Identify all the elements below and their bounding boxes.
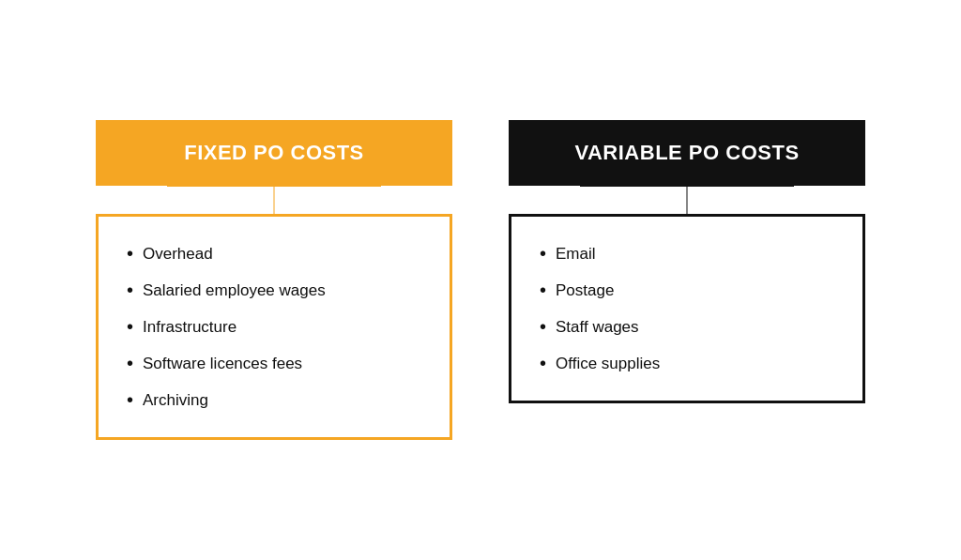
variable-costs-header: VARIABLE PO COSTS <box>509 120 865 186</box>
fixed-costs-title: FIXED PO COSTS <box>184 141 364 165</box>
variable-costs-column: VARIABLE PO COSTS EmailPostageStaff wage… <box>509 120 865 403</box>
fixed-costs-list: OverheadSalaried employee wagesInfrastru… <box>127 235 421 418</box>
diagram-container: FIXED PO COSTS OverheadSalaried employee… <box>58 83 903 477</box>
variable-connector <box>580 186 794 214</box>
fixed-costs-content-box: OverheadSalaried employee wagesInfrastru… <box>96 214 452 440</box>
list-item: Salaried employee wages <box>127 272 421 309</box>
variable-costs-content-box: EmailPostageStaff wagesOffice supplies <box>509 214 865 403</box>
variable-costs-title: VARIABLE PO COSTS <box>574 141 799 165</box>
fixed-costs-header: FIXED PO COSTS <box>96 120 452 186</box>
list-item: Archiving <box>127 382 421 418</box>
list-item: Office supplies <box>540 345 834 382</box>
list-item: Postage <box>540 272 834 309</box>
list-item: Email <box>540 235 834 272</box>
fixed-connector <box>167 186 381 214</box>
list-item: Overhead <box>127 235 421 272</box>
list-item: Software licences fees <box>127 345 421 382</box>
list-item: Infrastructure <box>127 309 421 345</box>
variable-costs-list: EmailPostageStaff wagesOffice supplies <box>540 235 834 382</box>
fixed-costs-column: FIXED PO COSTS OverheadSalaried employee… <box>96 120 452 440</box>
list-item: Staff wages <box>540 309 834 345</box>
